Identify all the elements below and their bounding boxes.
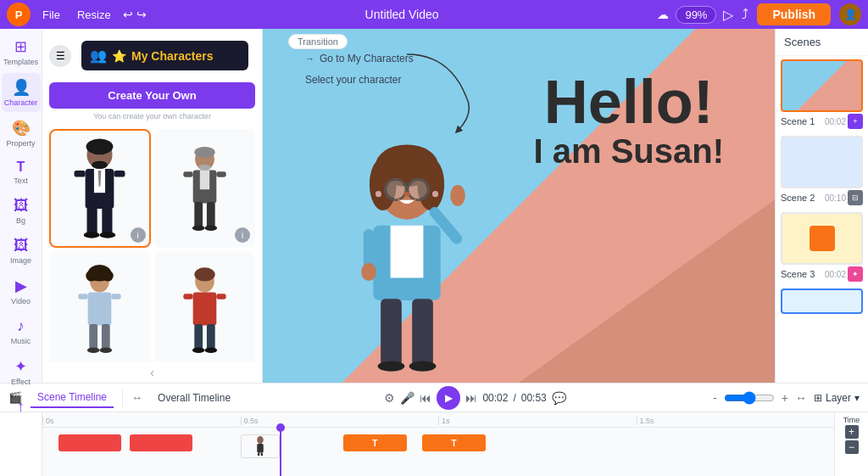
publish-button[interactable]: Publish bbox=[757, 3, 831, 25]
sidebar-item-property[interactable]: 🎨 Property bbox=[2, 114, 41, 153]
expand-btn[interactable]: ↔ bbox=[795, 391, 807, 405]
scene-item-3[interactable]: Scene 3 00:02 ✦ bbox=[776, 209, 868, 285]
svg-rect-29 bbox=[102, 323, 110, 350]
sidebar-item-bg[interactable]: 🖼 Bg bbox=[2, 192, 41, 230]
sidebar-item-effect[interactable]: ✦ Effect bbox=[2, 352, 41, 391]
right-icons: ▷ ⤴ Publish 👤 bbox=[723, 3, 861, 25]
panel-back-icon[interactable]: ☰ bbox=[49, 45, 71, 67]
sidebar-item-music[interactable]: ♪ Music bbox=[2, 312, 41, 350]
settings-btn[interactable]: ⚙ bbox=[384, 391, 395, 405]
svg-point-9 bbox=[100, 232, 116, 238]
left-sidebar: ⊞ Templates 👤 Character 🎨 Property T Tex… bbox=[0, 29, 42, 383]
svg-rect-32 bbox=[79, 294, 88, 300]
timeline-area: 0s 0.5s 1s 1.5s T T bbox=[0, 412, 868, 476]
char-info-btn-1[interactable]: i bbox=[131, 227, 146, 243]
scene-thumb-2 bbox=[781, 136, 863, 188]
zoom-slider-minus[interactable]: - bbox=[713, 391, 717, 405]
star-icon: ⭐ bbox=[112, 49, 126, 63]
char-card-3[interactable] bbox=[49, 251, 151, 362]
scene-item-4[interactable] bbox=[776, 285, 868, 317]
sidebar-item-text[interactable]: T Text bbox=[2, 154, 41, 190]
scene-2-time: 00:10 bbox=[825, 193, 846, 203]
redo-button[interactable]: ↪ bbox=[136, 8, 147, 21]
sidebar-item-video[interactable]: ▶ Video bbox=[2, 272, 41, 311]
sidebar-bg-label: Bg bbox=[16, 216, 25, 225]
clip-char[interactable] bbox=[241, 434, 281, 458]
svg-point-58 bbox=[361, 263, 376, 281]
video-title: Untitled Video bbox=[153, 8, 651, 21]
scene-thumb-1 bbox=[781, 59, 863, 112]
subtitle-btn[interactable]: 💬 bbox=[552, 391, 566, 405]
clip-orange-t1[interactable]: T bbox=[343, 434, 407, 451]
overall-timeline-tab[interactable]: Overall Timeline bbox=[151, 389, 237, 407]
scene-timeline-tab[interactable]: Scene Timeline bbox=[31, 388, 114, 408]
sidebar-item-image[interactable]: 🖼 Image bbox=[2, 232, 41, 270]
file-menu[interactable]: File bbox=[37, 7, 65, 23]
layer-button[interactable]: ⊞ Layer ▾ bbox=[814, 392, 860, 404]
zoom-slider-plus[interactable]: + bbox=[782, 391, 788, 405]
sidebar-image-label: Image bbox=[10, 256, 31, 265]
play-button[interactable]: ▶ bbox=[437, 386, 460, 410]
create-own-button[interactable]: Create Your Own bbox=[49, 82, 255, 109]
cloud-icon[interactable]: ☁ bbox=[657, 8, 669, 21]
char-info-btn-2[interactable]: i bbox=[235, 227, 250, 243]
susan-text: I am Susan! bbox=[533, 132, 724, 171]
time-minus-btn[interactable]: − bbox=[845, 440, 859, 454]
character-icon: 👤 bbox=[12, 78, 31, 97]
templates-icon: ⊞ bbox=[14, 37, 27, 56]
clip-red-2[interactable] bbox=[130, 434, 193, 451]
scene-item-2[interactable]: Scene 2 00:10 ⊟ bbox=[776, 132, 868, 209]
time-needle bbox=[280, 428, 281, 476]
timeline-controls: ⚙ 🎤 ⏮ ▶ ⏭ 00:02 / 00:53 💬 bbox=[246, 386, 704, 410]
skip-fwd-btn[interactable]: ⏭ bbox=[465, 391, 477, 405]
clip-red-1[interactable] bbox=[58, 434, 122, 451]
sidebar-item-character[interactable]: 👤 Character bbox=[2, 73, 41, 112]
char-card-2[interactable]: i bbox=[154, 129, 256, 248]
timeline-bar: 🎬 Scene Timeline ↔ Overall Timeline ⚙ 🎤 … bbox=[0, 383, 868, 412]
scroll-left-icon[interactable]: ‹ bbox=[150, 366, 154, 379]
resize-menu[interactable]: Resize bbox=[72, 7, 116, 23]
ruler-marks: 0s 0.5s 1s 1.5s bbox=[42, 417, 834, 425]
my-characters-label: My Characters bbox=[131, 49, 214, 63]
scene-3-thumb-icon bbox=[810, 226, 835, 251]
my-characters-header[interactable]: 👥 ⭐ My Characters bbox=[81, 41, 248, 70]
play-preview-icon[interactable]: ▷ bbox=[723, 7, 733, 23]
goto-note: → Go to My Characters bbox=[305, 53, 414, 64]
clip-orange-t2[interactable]: T bbox=[422, 434, 486, 451]
scenes-title: Scenes bbox=[776, 29, 868, 56]
svg-rect-11 bbox=[114, 170, 125, 176]
avatar[interactable]: 👤 bbox=[839, 3, 861, 25]
image-icon: 🖼 bbox=[14, 237, 29, 255]
scene-1-time: 00:02 bbox=[825, 117, 846, 126]
svg-point-52 bbox=[387, 181, 404, 199]
svg-rect-68 bbox=[261, 453, 263, 456]
time-plus-btn[interactable]: + bbox=[845, 425, 859, 439]
svg-point-39 bbox=[192, 347, 205, 353]
char-figure-2 bbox=[177, 140, 232, 238]
svg-point-54 bbox=[403, 192, 409, 196]
sidebar-character-label: Character bbox=[4, 98, 38, 107]
mic-btn[interactable]: 🎤 bbox=[400, 391, 415, 405]
share-icon[interactable]: ⤴ bbox=[742, 7, 748, 22]
svg-rect-27 bbox=[88, 292, 112, 325]
transition-label[interactable]: Transition bbox=[288, 34, 348, 49]
ruler-15s: 1.5s bbox=[637, 417, 835, 425]
svg-point-13 bbox=[194, 146, 214, 157]
svg-rect-22 bbox=[216, 171, 225, 177]
char-card-1[interactable]: i bbox=[49, 129, 151, 248]
undo-button[interactable]: ↩ bbox=[123, 8, 133, 21]
video-icon: ▶ bbox=[15, 277, 27, 295]
scene-thumb-3 bbox=[781, 212, 863, 265]
scene-item-1[interactable]: Scene 1 00:02 + bbox=[776, 56, 868, 132]
sidebar-item-templates[interactable]: ⊞ Templates bbox=[2, 32, 41, 71]
svg-rect-33 bbox=[112, 294, 121, 300]
zoom-badge[interactable]: 99% bbox=[676, 6, 716, 24]
layer-label: Layer bbox=[826, 392, 851, 404]
time-divider: / bbox=[513, 392, 515, 404]
svg-rect-16 bbox=[200, 170, 209, 189]
skip-back-btn[interactable]: ⏮ bbox=[420, 391, 431, 405]
svg-point-19 bbox=[192, 225, 205, 231]
zoom-slider[interactable] bbox=[724, 391, 775, 405]
char-card-4[interactable] bbox=[154, 251, 256, 362]
property-icon: 🎨 bbox=[12, 119, 31, 137]
